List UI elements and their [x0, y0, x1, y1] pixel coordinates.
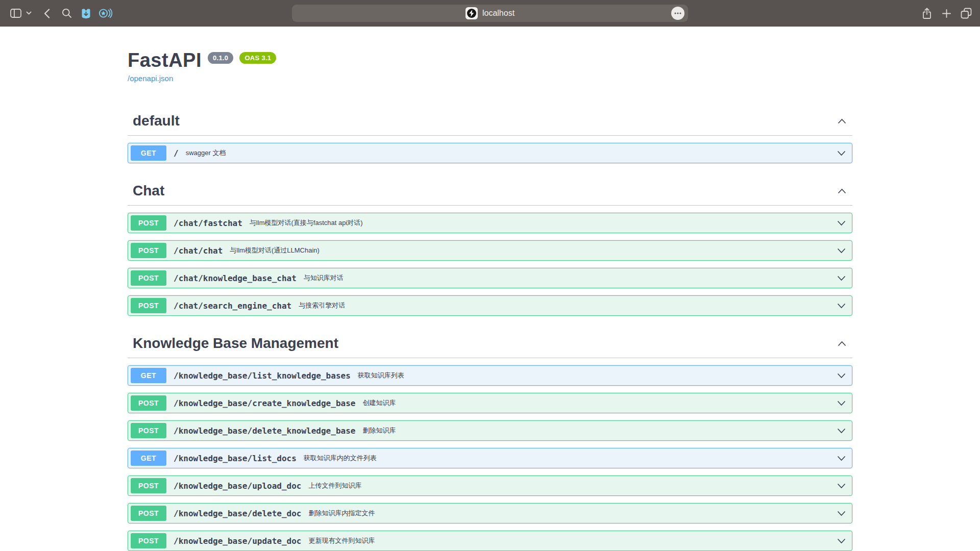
chevron-down-icon [837, 248, 846, 254]
method-badge: POST [131, 395, 166, 411]
endpoint-row-search-engine-chat[interactable]: POST /chat/search_engine_chat 与搜索引擎对话 [128, 295, 852, 316]
endpoint-description: 与llm模型对话(直接与fastchat api对话) [250, 218, 363, 228]
method-badge: POST [131, 298, 166, 313]
shield-download-icon [80, 8, 92, 19]
endpoint-path: /knowledge_base/create_knowledge_base [174, 398, 355, 408]
version-badge: 0.1.0 [208, 52, 233, 64]
chevron-up-icon [838, 341, 852, 346]
method-badge: GET [131, 145, 166, 161]
endpoint-description: 更新现有文件到知识库 [308, 536, 375, 545]
endpoint-path: /knowledge_base/list_docs [174, 454, 297, 463]
address-bar[interactable]: localhost [292, 5, 688, 22]
method-badge: GET [131, 368, 166, 383]
endpoint-row-create-knowledge-base[interactable]: POST /knowledge_base/create_knowledge_ba… [128, 393, 852, 413]
chevron-down-icon [837, 511, 846, 516]
chevron-down-icon [837, 428, 846, 434]
endpoint-row-chat-fastchat[interactable]: POST /chat/fastchat 与llm模型对话(直接与fastchat… [128, 213, 852, 233]
chevron-up-icon [838, 118, 852, 124]
endpoint-row-list-knowledge-bases[interactable]: GET /knowledge_base/list_knowledge_bases… [128, 365, 852, 386]
endpoint-path: /knowledge_base/delete_doc [174, 509, 301, 518]
share-icon [922, 7, 932, 20]
back-button[interactable] [43, 0, 51, 27]
endpoint-row-delete-doc[interactable]: POST /knowledge_base/delete_doc 删除知识库内指定… [128, 503, 852, 523]
ellipsis-icon [674, 12, 681, 14]
endpoint-row-list-docs[interactable]: GET /knowledge_base/list_docs 获取知识库内的文件列… [128, 448, 852, 468]
endpoint-path: /knowledge_base/update_doc [174, 536, 301, 546]
method-badge: POST [131, 270, 166, 286]
method-badge: POST [131, 423, 166, 438]
section-title: Chat [133, 183, 164, 199]
endpoint-description: 与知识库对话 [304, 273, 344, 283]
extension-shield-button[interactable] [80, 0, 92, 27]
circle-star-signal-icon [99, 8, 112, 19]
chevron-up-icon [838, 188, 852, 194]
endpoint-description: 获取知识库内的文件列表 [304, 454, 377, 463]
chevron-down-icon [837, 483, 846, 489]
method-badge: GET [131, 450, 166, 466]
method-badge: POST [131, 533, 166, 548]
chevron-down-icon [837, 220, 846, 226]
endpoint-row-upload-doc[interactable]: POST /knowledge_base/upload_doc 上传文件到知识库 [128, 475, 852, 496]
browser-toolbar: localhost [0, 0, 980, 27]
page-title: FastAPI 0.1.0 OAS 3.1 [128, 49, 852, 71]
section-title: Knowledge Base Management [133, 335, 338, 352]
api-title-text: FastAPI [128, 49, 202, 71]
endpoint-path: /chat/chat [174, 246, 223, 256]
endpoint-row-root[interactable]: GET / swagger 文档 [128, 143, 852, 163]
search-icon [62, 8, 72, 18]
chevron-down-icon [837, 456, 846, 461]
endpoint-description: 获取知识库列表 [358, 371, 404, 380]
address-host: localhost [482, 9, 514, 18]
oas-badge: OAS 3.1 [239, 52, 276, 64]
endpoint-path: /chat/fastchat [174, 218, 242, 228]
endpoint-description: 删除知识库内指定文件 [308, 509, 375, 518]
endpoint-row-update-doc[interactable]: POST /knowledge_base/update_doc 更新现有文件到知… [128, 531, 852, 551]
tabs-icon [961, 8, 972, 19]
endpoint-path: /chat/knowledge_base_chat [174, 273, 297, 283]
chevron-down-icon [837, 538, 846, 544]
chevron-down-icon [837, 303, 846, 309]
swagger-page: FastAPI 0.1.0 OAS 3.1 /openapi.json defa… [128, 27, 852, 551]
endpoint-path: /knowledge_base/delete_knowledge_base [174, 426, 355, 436]
endpoint-description: 上传文件到知识库 [308, 481, 361, 490]
endpoint-row-chat-chat[interactable]: POST /chat/chat 与llm模型对话(通过LLMChain) [128, 240, 852, 261]
endpoint-description: 与搜索引擎对话 [299, 301, 345, 310]
section-header-chat[interactable]: Chat [128, 179, 852, 206]
endpoint-row-knowledge-base-chat[interactable]: POST /chat/knowledge_base_chat 与知识库对话 [128, 268, 852, 288]
section-title: default [133, 113, 180, 129]
new-tab-button[interactable] [941, 0, 952, 27]
endpoint-path: /chat/search_engine_chat [174, 301, 291, 311]
endpoint-path: /knowledge_base/list_knowledge_bases [174, 371, 351, 381]
openapi-spec-link[interactable]: /openapi.json [128, 74, 173, 83]
search-button[interactable] [61, 0, 72, 27]
method-badge: POST [131, 506, 166, 521]
tab-overview-button[interactable] [960, 0, 973, 27]
method-badge: POST [131, 478, 166, 493]
endpoint-description: 删除知识库 [362, 426, 396, 435]
sidebar-dropdown-button[interactable] [25, 0, 32, 27]
share-button[interactable] [921, 0, 933, 27]
endpoint-description: swagger 文档 [186, 148, 226, 158]
section-header-default[interactable]: default [128, 109, 852, 136]
endpoint-description: 创建知识库 [362, 398, 396, 408]
endpoint-path: /knowledge_base/upload_doc [174, 481, 301, 491]
method-badge: POST [131, 243, 166, 258]
chevron-left-icon [44, 9, 50, 18]
chevron-down-icon [837, 276, 846, 281]
chevron-down-icon [837, 151, 846, 156]
endpoint-row-delete-knowledge-base[interactable]: POST /knowledge_base/delete_knowledge_ba… [128, 420, 852, 441]
chevron-down-icon [26, 11, 32, 15]
method-badge: POST [131, 215, 166, 231]
endpoint-path: / [174, 148, 179, 158]
sidebar-toggle-button[interactable] [9, 0, 22, 27]
api-info: FastAPI 0.1.0 OAS 3.1 /openapi.json [128, 27, 852, 83]
endpoint-description: 与llm模型对话(通过LLMChain) [230, 246, 320, 255]
site-favicon [465, 7, 478, 19]
chevron-down-icon [837, 373, 846, 379]
page-menu-button[interactable] [671, 7, 684, 20]
chevron-down-icon [837, 400, 846, 406]
extension-focus-button[interactable] [98, 0, 112, 27]
sidebar-panel-icon [10, 9, 21, 18]
plus-icon [942, 9, 951, 18]
section-header-knowledge-base-management[interactable]: Knowledge Base Management [128, 331, 852, 358]
